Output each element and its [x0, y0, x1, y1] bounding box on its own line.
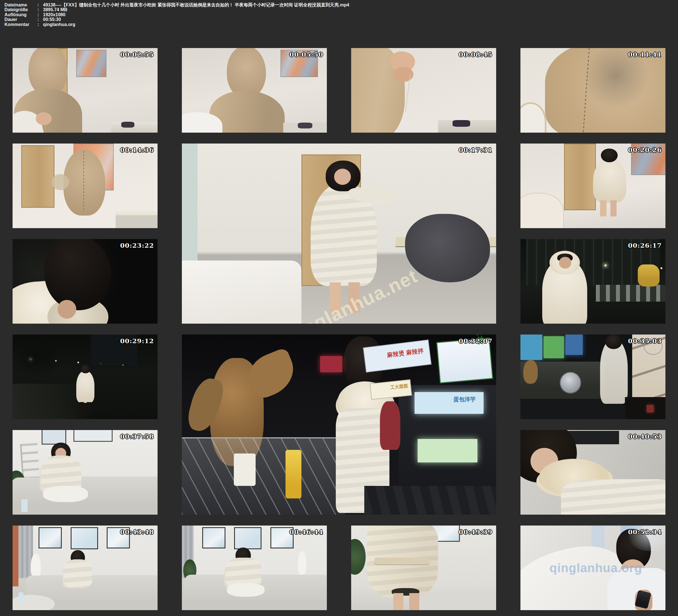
resolution-row: Auflösung : 1920x1080 — [4, 12, 674, 17]
bob-hair — [601, 149, 618, 162]
thumbnail-18: qinglanhua.org 00:52:34 — [521, 526, 666, 610]
sewing-hand — [393, 67, 414, 82]
timestamp-overlay: 00:35:03 — [628, 337, 662, 345]
couch — [419, 592, 496, 610]
brass-kettle — [523, 360, 538, 384]
dark-hair — [605, 335, 622, 349]
wall-frame — [73, 430, 113, 442]
stone-balustrade — [596, 285, 666, 302]
filename-value: 49138----【FXX】缝制全包十几个小时 外出逛夜市小吃街 紧张得我不敢说… — [43, 2, 349, 7]
filesize-row: Dateigröße : 3895.74 MB — [4, 7, 674, 12]
lightbox-sign — [565, 335, 583, 355]
dark-coat-pile — [405, 214, 490, 282]
thumbnail-8: 00:23:22 — [12, 239, 157, 324]
street-lights — [605, 264, 606, 266]
comment-value: qinglanhua.org — [43, 22, 75, 27]
hooded-head-back — [64, 149, 106, 215]
timestamp-overlay: 00:52:34 — [628, 528, 662, 536]
timestamp-overlay: 00:08:45 — [459, 50, 492, 58]
wall-painting — [76, 50, 106, 77]
walking-figure — [76, 371, 95, 403]
thumbnail-16: 00:46:44 — [182, 526, 327, 610]
timestamp-overlay: 00:23:22 — [120, 241, 154, 249]
leg — [409, 593, 419, 610]
dried-flowers — [52, 174, 69, 190]
thumbnail-2: 00:05:50 — [182, 48, 327, 132]
timestamp-overlay: 00:29:12 — [120, 337, 154, 345]
metadata-header: Dateiname : 49138----【FXX】缝制全包十几个小时 外出逛夜… — [0, 0, 678, 39]
timestamp-overlay: 00:02:55 — [120, 50, 154, 58]
timestamp-overlay: 00:32:07 — [459, 337, 492, 345]
comment-row: Kommentar : qinglanhua.org — [4, 22, 674, 27]
leg — [600, 200, 606, 217]
ladder-shelf — [20, 443, 40, 479]
thumbnail-9: 00:26:17 — [521, 239, 666, 324]
table-items — [121, 122, 135, 128]
wall-frame — [71, 527, 98, 549]
water-bottle — [21, 499, 28, 512]
lightbox-sign — [418, 439, 478, 462]
dark-corner — [625, 397, 666, 419]
bed-headboard — [521, 193, 564, 228]
white-puffer-coat — [561, 479, 666, 515]
white-cloth — [43, 486, 88, 502]
timestamp-overlay: 00:26:17 — [628, 241, 662, 249]
bed — [182, 261, 301, 324]
timestamp-overlay: 00:17:31 — [459, 146, 492, 154]
boot — [79, 402, 84, 412]
white-vase — [298, 551, 306, 576]
coat-belt — [374, 557, 429, 564]
thumbnail-12: 00:35:03 — [521, 335, 666, 419]
timestamp-overlay: 00:14:36 — [120, 146, 154, 154]
lightbox-sign — [521, 335, 542, 360]
leg — [330, 282, 341, 313]
white-puffer-coat — [64, 559, 92, 587]
leg — [348, 282, 360, 313]
thumbnail-3: 00:08:45 — [351, 48, 496, 132]
yellow-scooter — [638, 264, 660, 286]
duration-row: Dauer : 00:55:30 — [4, 17, 674, 22]
thumbnail-13: 00:37:58 — [12, 430, 157, 515]
lightbox-sign — [543, 336, 564, 358]
thumbnail-17: 00:49:39 — [351, 526, 496, 610]
thumbnail-4: 00:11:41 — [521, 48, 666, 132]
chair-back — [521, 102, 547, 132]
wall-frame — [42, 430, 66, 445]
timestamp-overlay: 00:40:53 — [628, 432, 662, 440]
leg — [610, 200, 616, 217]
plant — [351, 539, 366, 574]
tail-light — [647, 405, 654, 413]
resolution-label: Auflösung — [4, 12, 37, 17]
leg — [393, 593, 403, 610]
stitch-seam — [83, 151, 84, 212]
timestamp-overlay: 00:37:58 — [120, 432, 154, 440]
thumbnail-14: 00:40:53 — [521, 430, 666, 515]
tree-silhouette — [15, 336, 65, 377]
door — [21, 145, 54, 208]
paving-tiles — [364, 486, 496, 515]
thumbnail-10: 00:29:12 — [12, 335, 157, 419]
yellow-wrap-roll — [286, 450, 301, 498]
duration-value: 00:55:30 — [43, 17, 61, 22]
face — [58, 300, 76, 319]
thumbnail-7: 00:20:26 — [521, 144, 666, 228]
timestamp-overlay: 00:49:39 — [459, 528, 492, 536]
paper-cup — [234, 454, 256, 486]
orange-wall-strip — [12, 526, 18, 586]
thumbnail-5: 00:14:36 — [12, 144, 157, 228]
resolution-value: 1920x1080 — [43, 12, 65, 17]
timestamp-overlay: 00:11:41 — [628, 50, 662, 58]
timestamp-overlay: 00:43:48 — [120, 528, 154, 536]
filesize-label: Dateigröße — [4, 7, 37, 12]
steel-pot — [560, 372, 581, 394]
thumbnail-6-large: qinglanhua.net 00:17:31 — [182, 144, 496, 324]
stall-sign-text: 蛋包洋芋 — [453, 396, 476, 403]
face — [334, 169, 351, 185]
table-items — [453, 120, 470, 127]
duration-label: Dauer — [4, 17, 37, 22]
glass-counter — [182, 437, 345, 515]
field-separator: : — [37, 2, 43, 7]
filesize-value: 3895.74 MB — [43, 7, 67, 12]
field-separator: : — [37, 7, 43, 12]
timestamp-overlay: 00:05:50 — [290, 50, 323, 58]
